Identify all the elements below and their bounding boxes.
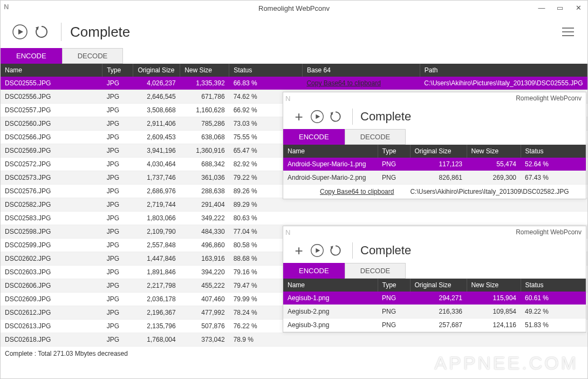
cell-original-size: 1,803,066 xyxy=(133,212,180,225)
cell-new-size: 496,860 xyxy=(180,239,229,252)
col-type[interactable]: Type xyxy=(102,64,133,77)
sub2-status-label: Complete xyxy=(360,243,411,258)
col-new-size[interactable]: New Size xyxy=(180,64,229,77)
cell-new-size: 115,904 xyxy=(467,292,521,305)
close-button[interactable]: ✕ xyxy=(569,1,587,15)
table-row[interactable]: DSC02618.JPGJPG1,768,004373,04278.9 % xyxy=(1,333,587,347)
col-status[interactable]: Status xyxy=(521,145,586,158)
cell-type: JPG xyxy=(102,131,133,144)
cell-original-size: 2,686,976 xyxy=(133,185,180,198)
reload-button[interactable] xyxy=(31,21,52,43)
col-path[interactable]: Path xyxy=(420,64,587,77)
cell-new-size: 785,286 xyxy=(180,117,229,131)
sub1-tabs: ENCODE DECODE xyxy=(283,129,586,145)
table-row[interactable]: DSC02583.JPGJPG1,803,066349,22280.63 % xyxy=(1,212,587,225)
cell-original-size: 2,911,406 xyxy=(133,117,180,131)
copy-base64-link[interactable]: Copy Base64 to clipboard xyxy=(320,188,394,195)
cell-original-size: 2,646,545 xyxy=(133,90,180,104)
sub2-tabs: ENCODE DECODE xyxy=(283,263,586,279)
cell-original-size: 216,336 xyxy=(410,305,467,319)
play-circle-icon xyxy=(12,24,28,40)
tab-decode[interactable]: DECODE xyxy=(345,263,406,279)
cell-status: 67.43 % xyxy=(521,171,586,185)
sub2-titlebar: N Romeolight WebPconv xyxy=(283,226,586,238)
table-row[interactable]: Aegisub-3.pngPNG257,687124,11651.83 % xyxy=(283,319,586,332)
sub1-status-label: Complete xyxy=(360,110,411,124)
cell-path xyxy=(420,333,587,347)
cell-original-size: 2,109,790 xyxy=(133,225,180,239)
menu-button[interactable] xyxy=(557,21,579,43)
cell-type: PNG xyxy=(378,292,410,305)
cell-new-size: 269,300 xyxy=(467,171,521,185)
cell-original-size: 1,891,846 xyxy=(133,266,180,279)
col-base64[interactable]: Base 64 xyxy=(302,64,420,77)
play-button[interactable] xyxy=(308,107,326,126)
cell-new-size: 373,042 xyxy=(180,333,229,347)
cell-name: DSC02612.JPG xyxy=(1,306,102,320)
col-name[interactable]: Name xyxy=(1,64,102,77)
cell-new-size: 1,360,916 xyxy=(180,144,229,158)
col-new-size[interactable]: New Size xyxy=(467,279,521,292)
minimize-button[interactable]: — xyxy=(532,1,551,15)
cell-new-size: 288,638 xyxy=(180,185,229,198)
cell-new-size: 671,786 xyxy=(180,90,229,104)
col-type[interactable]: Type xyxy=(378,279,410,292)
reload-button[interactable] xyxy=(326,107,345,126)
cell-type: JPG xyxy=(102,158,133,171)
cell-type: PNG xyxy=(378,319,410,332)
col-type[interactable]: Type xyxy=(378,145,410,158)
add-button[interactable]: + xyxy=(290,109,308,125)
table-row[interactable]: Android-Super-Mario-2.pngPNG826,861269,3… xyxy=(283,171,586,185)
cell-name: Android-Super-Mario-1.png xyxy=(283,158,378,171)
cell-original-size: 2,557,848 xyxy=(133,239,180,252)
table-row[interactable]: Aegisub-1.pngPNG294,271115,90460.61 % xyxy=(283,292,586,305)
cell-type: PNG xyxy=(378,171,410,185)
cell-name: Aegisub-3.png xyxy=(283,319,378,332)
sub2-window-title: Romeolight WebPconv xyxy=(516,228,582,236)
tab-encode[interactable]: ENCODE xyxy=(283,263,345,279)
tab-decode[interactable]: DECODE xyxy=(62,48,124,64)
cell-original-size: 2,036,178 xyxy=(133,293,180,306)
tab-encode[interactable]: ENCODE xyxy=(1,48,62,64)
col-original-size[interactable]: Original Size xyxy=(410,145,467,158)
col-name[interactable]: Name xyxy=(283,145,378,158)
table-row[interactable]: Aegisub-2.pngPNG216,336109,85449.22 % xyxy=(283,305,586,319)
cell-type: JPG xyxy=(102,117,133,131)
table-row[interactable]: DSC02582.JPGJPG2,719,744291,40489.29 % xyxy=(1,198,587,212)
cell-original-size: 2,196,367 xyxy=(133,306,180,320)
table-row[interactable]: DSC02555.JPGJPG4,026,2371,335,39266.83 %… xyxy=(1,77,587,90)
col-original-size[interactable]: Original Size xyxy=(410,279,467,292)
col-name[interactable]: Name xyxy=(283,279,378,292)
play-button[interactable] xyxy=(9,21,31,43)
col-status[interactable]: Status xyxy=(229,64,303,77)
cell-status: 49.22 % xyxy=(521,305,586,319)
maximize-button[interactable]: ▭ xyxy=(551,1,569,15)
cell-original-size: 4,030,464 xyxy=(133,158,180,171)
cell-new-size: 361,036 xyxy=(180,171,229,185)
col-original-size[interactable]: Original Size xyxy=(133,64,180,77)
toolbar-divider xyxy=(61,23,61,41)
cell-status: 78.9 % xyxy=(229,333,303,347)
add-button[interactable]: + xyxy=(290,242,308,259)
table-row[interactable]: Android-Super-Mario-1.pngPNG117,12355,47… xyxy=(283,158,586,171)
cell-new-size: 507,876 xyxy=(180,320,229,333)
reload-button[interactable] xyxy=(326,241,345,260)
cell-base64: Copy Base64 to clipboard xyxy=(302,77,420,90)
col-status[interactable]: Status xyxy=(521,279,586,292)
cell-name: DSC02602.JPG xyxy=(1,252,102,266)
tab-decode[interactable]: DECODE xyxy=(345,129,406,145)
copy-base64-link[interactable]: Copy Base64 to clipboard xyxy=(306,79,380,87)
cell-type: JPG xyxy=(102,279,133,293)
cell-status: 89.29 % xyxy=(229,198,303,212)
table-header-row: Name Type Original Size New Size Status … xyxy=(1,64,587,77)
cell-type: JPG xyxy=(102,212,133,225)
tab-encode[interactable]: ENCODE xyxy=(283,129,345,145)
play-button[interactable] xyxy=(308,241,326,260)
cell-base64 xyxy=(302,333,420,347)
cell-new-size: 407,460 xyxy=(180,293,229,306)
cell-path xyxy=(420,212,587,225)
cell-name: DSC02573.JPG xyxy=(1,171,102,185)
cell-original-size: 1,768,004 xyxy=(133,333,180,347)
col-new-size[interactable]: New Size xyxy=(467,145,521,158)
cell-original-size: 294,271 xyxy=(410,292,467,305)
